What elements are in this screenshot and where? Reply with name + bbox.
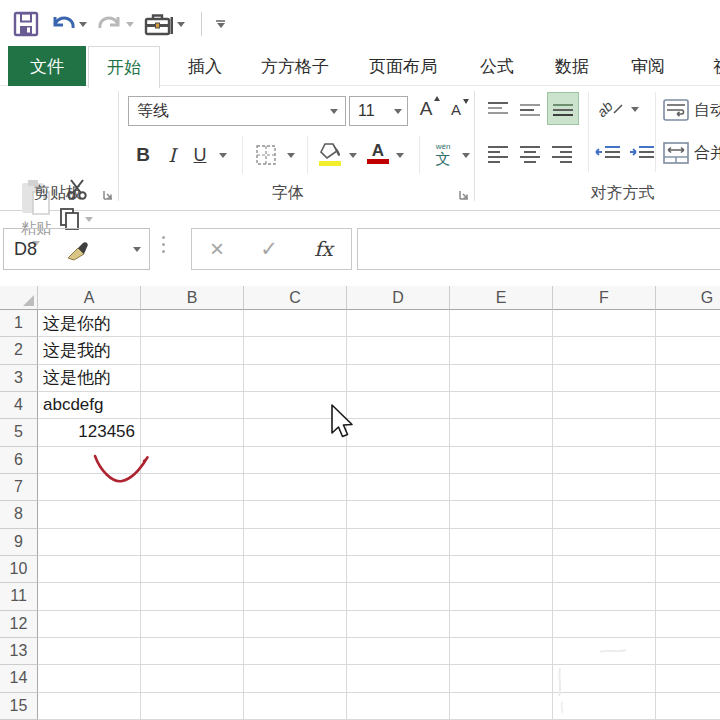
fill-color-button[interactable] <box>313 136 347 172</box>
grid-cell[interactable] <box>450 638 553 665</box>
tab-7[interactable]: 视图 <box>713 46 720 86</box>
grid-cell-A1[interactable]: 这是你的 <box>38 310 141 337</box>
grid-cell-A2[interactable]: 这是我的 <box>38 337 141 364</box>
column-header-F[interactable]: F <box>553 286 656 310</box>
grid-cell[interactable] <box>553 638 656 665</box>
wrap-text-button[interactable]: 自动换行 <box>663 96 720 124</box>
enter-button[interactable]: ✓ <box>260 237 278 261</box>
column-header-D[interactable]: D <box>347 286 450 310</box>
grid-cell[interactable] <box>244 611 347 638</box>
grid-cell[interactable] <box>244 638 347 665</box>
grid-cell[interactable] <box>450 392 553 419</box>
grid-cell[interactable] <box>347 693 450 720</box>
grid-cell[interactable] <box>656 501 720 528</box>
grid-cell[interactable] <box>38 447 141 474</box>
grid-cell[interactable] <box>656 638 720 665</box>
column-header-E[interactable]: E <box>450 286 553 310</box>
grid-cell[interactable] <box>244 665 347 692</box>
grid-cell[interactable] <box>38 693 141 720</box>
font-color-dropdown[interactable] <box>392 138 408 172</box>
grid-cell[interactable] <box>141 693 244 720</box>
grid-cell[interactable] <box>244 310 347 337</box>
name-box[interactable]: D8 <box>3 228 150 270</box>
grid-cell[interactable] <box>244 337 347 364</box>
grid-cell[interactable] <box>553 556 656 583</box>
grid-cell[interactable] <box>347 419 450 446</box>
grid-cell[interactable] <box>347 447 450 474</box>
grid-cell[interactable] <box>656 419 720 446</box>
grid-cell[interactable] <box>656 556 720 583</box>
row-header-15[interactable]: 15 <box>0 693 38 720</box>
grid-cell[interactable] <box>347 501 450 528</box>
column-header-A[interactable]: A <box>38 286 141 310</box>
undo-button[interactable] <box>48 10 89 38</box>
tab-1[interactable]: 插入 <box>188 46 222 86</box>
tab-4[interactable]: 公式 <box>480 46 514 86</box>
redo-button[interactable] <box>95 10 136 38</box>
tab-home[interactable]: 开始 <box>88 46 160 88</box>
grid-cell[interactable] <box>347 556 450 583</box>
grid-cell[interactable] <box>244 447 347 474</box>
increase-font-button[interactable]: A <box>413 94 439 124</box>
grid-cell[interactable] <box>347 337 450 364</box>
grid-cell[interactable] <box>141 556 244 583</box>
row-header-11[interactable]: 11 <box>0 583 38 610</box>
formula-bar-input[interactable] <box>357 228 720 270</box>
grid-cell[interactable] <box>553 365 656 392</box>
row-header-2[interactable]: 2 <box>0 337 38 364</box>
align-top-button[interactable] <box>483 94 513 124</box>
grid-cell[interactable] <box>553 419 656 446</box>
orientation-dropdown[interactable] <box>628 94 642 124</box>
grid-cell[interactable] <box>38 665 141 692</box>
grid-cell[interactable] <box>347 474 450 501</box>
row-header-4[interactable]: 4 <box>0 392 38 419</box>
increase-indent-button[interactable] <box>626 138 658 170</box>
tab-2[interactable]: 方方格子 <box>261 46 329 86</box>
grid-cell[interactable] <box>450 447 553 474</box>
font-name-combo[interactable]: 等线 <box>128 96 346 126</box>
grid-cell[interactable] <box>450 501 553 528</box>
grid-cell[interactable] <box>347 392 450 419</box>
grid-cell[interactable] <box>450 693 553 720</box>
insert-function-button[interactable]: fx <box>314 237 333 261</box>
grid-cell[interactable] <box>141 665 244 692</box>
grid-cell[interactable] <box>450 583 553 610</box>
grid-cell[interactable] <box>656 665 720 692</box>
grid-cell[interactable] <box>450 556 553 583</box>
grid-cell[interactable] <box>38 638 141 665</box>
grid-cell[interactable] <box>141 310 244 337</box>
column-header-B[interactable]: B <box>141 286 244 310</box>
grid-cell[interactable] <box>141 447 244 474</box>
grid-cell[interactable] <box>141 529 244 556</box>
grid-cell[interactable] <box>141 365 244 392</box>
grid-cell[interactable] <box>244 392 347 419</box>
name-box-dropdown-icon[interactable] <box>133 247 141 252</box>
grid-cell[interactable] <box>244 365 347 392</box>
align-left-button[interactable] <box>483 138 513 170</box>
row-header-1[interactable]: 1 <box>0 310 38 337</box>
grid-cell[interactable] <box>141 611 244 638</box>
grid-cell[interactable] <box>244 501 347 528</box>
grid-cell[interactable] <box>244 556 347 583</box>
grid-cell[interactable] <box>450 474 553 501</box>
grid-cell[interactable] <box>347 365 450 392</box>
decrease-indent-button[interactable] <box>592 138 624 170</box>
grid-cell[interactable] <box>347 665 450 692</box>
grid-cell[interactable] <box>656 611 720 638</box>
grid-cell[interactable] <box>656 583 720 610</box>
grid-cell[interactable] <box>347 583 450 610</box>
grid-cell[interactable] <box>141 638 244 665</box>
underline-button[interactable]: U <box>187 138 213 172</box>
grid-cell[interactable] <box>553 392 656 419</box>
font-color-button[interactable]: A <box>362 136 394 172</box>
phonetic-guide-button[interactable]: wén 文 <box>426 136 460 172</box>
formula-bar-splitter[interactable] <box>162 234 165 255</box>
grid-cell[interactable] <box>38 556 141 583</box>
grid-cell[interactable] <box>656 337 720 364</box>
merge-center-button[interactable]: 合并后居中 <box>663 138 720 168</box>
grid-cell[interactable] <box>553 501 656 528</box>
row-header-14[interactable]: 14 <box>0 665 38 692</box>
row-header-10[interactable]: 10 <box>0 556 38 583</box>
row-header-3[interactable]: 3 <box>0 365 38 392</box>
orientation-button[interactable]: ab <box>594 94 626 124</box>
